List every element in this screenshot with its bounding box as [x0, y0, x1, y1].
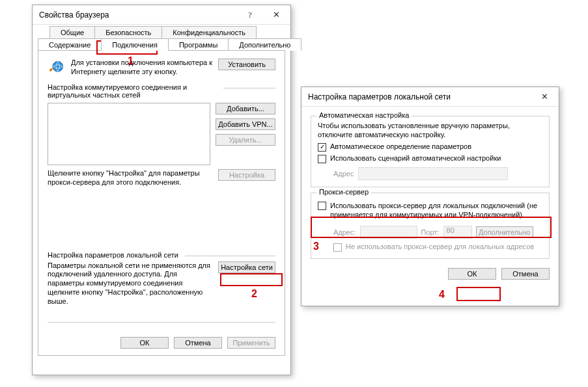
lan-header: Настройка параметров локальной сети — [48, 251, 178, 259]
tab-general[interactable]: Общие — [49, 26, 95, 38]
cancel-button[interactable]: Отмена — [501, 268, 550, 280]
tab-advanced[interactable]: Дополнительно — [228, 38, 301, 51]
bypass-local-checkbox[interactable] — [333, 243, 342, 252]
connections-listbox[interactable] — [48, 103, 210, 165]
connections-panel: Для установки подключения компьютера к И… — [38, 50, 285, 356]
divider — [48, 322, 275, 323]
lan-settings-button[interactable]: Настройка сети — [218, 261, 275, 273]
titlebar: Настройка параметров локальной сети ✕ — [301, 87, 559, 107]
tab-content[interactable]: Содержание — [38, 38, 102, 51]
annotation-4: 4 — [439, 289, 445, 300]
window-title: Настройка параметров локальной сети — [308, 92, 531, 101]
install-button[interactable]: Установить — [218, 59, 275, 70]
close-icon: ✕ — [541, 92, 548, 101]
auto-detect-label: Автоматическое определение параметров — [330, 142, 471, 150]
install-text: Для установки подключения компьютера к И… — [71, 59, 213, 77]
use-script-label: Использовать сценарий автоматической нас… — [330, 154, 501, 162]
bypass-local-label: Не использовать прокси-сервер для локаль… — [346, 243, 534, 250]
internet-properties-dialog: Свойства браузера ? ✕ Общие Безопасность… — [32, 5, 291, 375]
lan-settings-dialog: Настройка параметров локальной сети ✕ Ав… — [301, 87, 559, 306]
script-address-label: Адрес — [333, 170, 354, 178]
delete-button[interactable]: Удалить... — [216, 134, 275, 146]
auto-config-group: Автоматическая настройка Чтобы использов… — [311, 116, 550, 187]
close-button[interactable]: ✕ — [263, 6, 289, 24]
proxy-port-input[interactable]: 80 — [443, 226, 472, 239]
use-proxy-checkbox[interactable] — [318, 202, 326, 210]
proxy-group: Прокси-сервер Использовать прокси-сервер… — [311, 193, 550, 260]
help-button[interactable]: ? — [237, 6, 263, 24]
auto-config-legend: Автоматическая настройка — [316, 111, 412, 119]
annotation-1: 1 — [128, 55, 133, 67]
use-script-checkbox[interactable] — [318, 155, 326, 163]
window-title: Свойства браузера — [39, 10, 237, 20]
annotation-2: 2 — [251, 288, 257, 300]
dialup-note: Щелкните кнопку "Настройка" для параметр… — [48, 169, 213, 187]
tabs-area: Общие Безопасность Конфиденциальность Со… — [33, 25, 290, 356]
ok-button[interactable]: ОК — [448, 268, 496, 280]
help-icon: ? — [248, 10, 252, 20]
tab-security[interactable]: Безопасность — [94, 26, 162, 38]
divider — [185, 256, 275, 256]
lan-note: Параметры локальной сети не применяются … — [48, 261, 213, 306]
script-address-input[interactable] — [358, 167, 508, 180]
titlebar: Свойства браузера ? ✕ — [33, 5, 290, 25]
annotation-3: 3 — [313, 241, 319, 252]
close-button[interactable]: ✕ — [531, 88, 557, 106]
divider — [223, 88, 275, 88]
ok-button[interactable]: ОК — [120, 337, 169, 349]
proxy-address-label: Адрес: — [333, 228, 356, 236]
tab-connections[interactable]: Подключения — [101, 38, 169, 51]
dialup-header: Настройка коммутируемого соединения и ви… — [48, 83, 217, 99]
proxy-address-input[interactable] — [360, 226, 417, 239]
auto-config-note: Чтобы использовать установленные вручную… — [318, 122, 542, 140]
cancel-button[interactable]: Отмена — [174, 337, 222, 349]
apply-button[interactable]: Применить — [227, 337, 275, 349]
globe-icon — [48, 59, 66, 77]
proxy-advanced-button[interactable]: Дополнительно — [476, 226, 533, 238]
close-icon: ✕ — [273, 10, 280, 20]
auto-detect-checkbox[interactable]: ✓ — [318, 143, 326, 152]
tab-programs[interactable]: Программы — [168, 38, 229, 51]
proxy-legend: Прокси-сервер — [316, 188, 371, 196]
dialup-settings-button[interactable]: Настройка — [218, 169, 275, 181]
add-vpn-button[interactable]: Добавить VPN... — [216, 118, 275, 130]
proxy-port-label: Порт: — [421, 228, 440, 236]
use-proxy-label: Использовать прокси-сервер для локальных… — [330, 201, 542, 220]
tab-privacy[interactable]: Конфиденциальность — [161, 26, 257, 38]
add-button[interactable]: Добавить... — [216, 103, 275, 114]
svg-point-0 — [53, 61, 63, 72]
